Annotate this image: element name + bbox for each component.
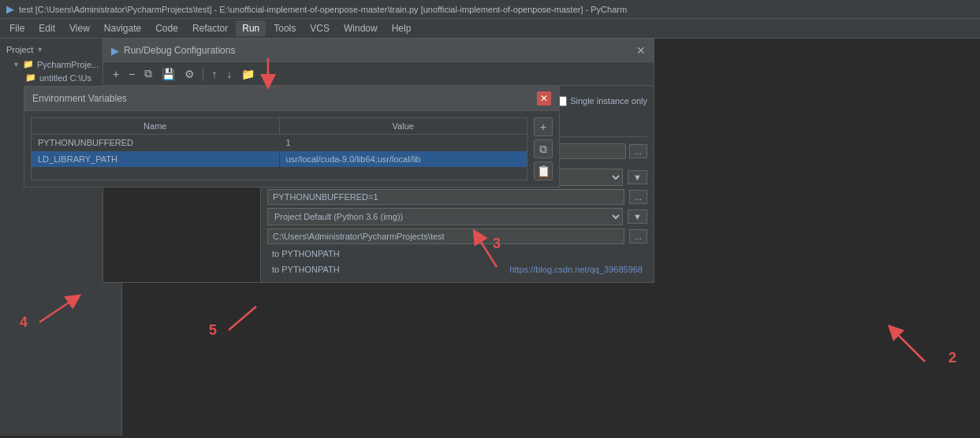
arrow-2 [870, 306, 933, 369]
menu-window[interactable]: Window [337, 20, 384, 36]
dialog-toolbar: + − ⧉ 💾 ⚙ ↑ ↓ 📁 ↓ [103, 62, 654, 86]
title-bar: ▶ test [C:\Users\Administrator\PycharmPr… [0, 0, 980, 19]
project-label: Project [6, 45, 33, 54]
sidebar-label-untitled: untitled C:\Us [39, 73, 91, 83]
working-dir-path-input[interactable] [267, 228, 624, 244]
csdn-url: https://blog.csdn.net/qq_39685968 [505, 263, 647, 276]
menu-navigate[interactable]: Navigate [98, 20, 147, 36]
env-row-0[interactable]: PYTHONUNBUFFERED 1 [32, 135, 527, 151]
to-python-path-label2: to PYTHONPATH [267, 263, 345, 276]
env-dialog-close-button[interactable]: ✕ [537, 91, 551, 106]
menu-bar: File Edit View Navigate Code Refactor Ru… [0, 19, 980, 39]
move-down-button[interactable]: ↓ [223, 66, 235, 82]
sort-button[interactable]: ↓ [261, 66, 273, 82]
env-vars-browse[interactable]: ... [629, 190, 647, 204]
folder-icon-untitled: 📁 [25, 72, 36, 83]
env-table: Name Value PYTHONUNBUFFERED 1 LD_LIBRARY… [31, 117, 527, 180]
working-dir-path-row: ... [267, 228, 647, 244]
env-table-header: Name Value [32, 118, 527, 135]
env-actions: + ⧉ 📋 [534, 117, 553, 180]
arrow-5 [213, 283, 292, 338]
env-col-name-header: Name [32, 118, 280, 134]
env-dialog: Environment Variables ✕ Name Value PYTHO… [24, 86, 560, 187]
menu-view[interactable]: View [63, 20, 96, 36]
run-debug-dialog-titlebar: ▶ Run/Debug Configurations ✕ [103, 39, 654, 62]
env-vars-row: ... [267, 189, 647, 205]
env-row-1[interactable]: LD_LIBRARY_PATH usr/local/cuda-9.0/lib64… [32, 151, 527, 168]
env-dialog-title-text: Environment Variables [32, 93, 127, 104]
menu-run[interactable]: Run [236, 20, 266, 36]
pythonpath-url-row: to PYTHONPATH https://blog.csdn.net/qq_3… [267, 263, 647, 276]
main-layout: Project ▼ ▼ 📁 PycharmProje... 📁 untitled… [0, 39, 980, 436]
menu-file[interactable]: File [3, 20, 31, 36]
env-table-container: Name Value PYTHONUNBUFFERED 1 LD_LIBRARY… [24, 111, 559, 187]
env-add-button[interactable]: + [534, 117, 553, 136]
expand-arrow-pycharm: ▼ [13, 61, 20, 69]
menu-edit[interactable]: Edit [32, 20, 61, 36]
run-debug-icon: ▶ [111, 45, 119, 57]
env-paste-button[interactable]: 📋 [534, 161, 553, 180]
python-interpreter-row: Project Default (Python 3.6 (img)) ▼ [267, 208, 647, 225]
add-config-button[interactable]: + [110, 66, 122, 82]
remove-config-button[interactable]: − [125, 66, 138, 82]
annotation-5: 5 [209, 322, 217, 339]
run-debug-title: Run/Debug Configurations [124, 45, 235, 56]
env-cell-value-1: usr/local/cuda-9.0/lib64;usr/local/lib [280, 151, 527, 167]
title-text: test [C:\Users\Administrator\PycharmProj… [19, 5, 627, 14]
move-up-button[interactable]: ↑ [208, 66, 220, 82]
script-path-browse[interactable]: ... [629, 144, 647, 158]
env-cell-value-0: 1 [280, 135, 527, 150]
folder-icon-pycharm: 📁 [23, 59, 34, 69]
settings-button[interactable]: ⚙ [181, 66, 198, 82]
save-config-button[interactable]: 💾 [158, 66, 178, 82]
menu-tools[interactable]: Tools [267, 20, 302, 36]
env-dialog-titlebar: Environment Variables ✕ [24, 87, 559, 111]
working-dir-path-browse[interactable]: ... [629, 229, 647, 243]
sidebar-dropdown-icon[interactable]: ▼ [36, 46, 43, 54]
run-debug-close-button[interactable]: ✕ [636, 44, 646, 57]
single-instance-text: Single instance only [570, 96, 647, 106]
folder-button[interactable]: 📁 [238, 66, 258, 82]
to-python-path-label1: to PYTHONPATH [267, 247, 647, 260]
env-copy-button[interactable]: ⧉ [534, 139, 553, 158]
working-dir-browse[interactable]: ▼ [628, 170, 647, 184]
annotation-2: 2 [948, 350, 956, 366]
menu-code[interactable]: Code [149, 20, 184, 36]
menu-vcs[interactable]: VCS [304, 20, 336, 36]
env-cell-name-0: PYTHONUNBUFFERED [32, 135, 280, 150]
copy-config-button[interactable]: ⧉ [141, 65, 155, 82]
menu-help[interactable]: Help [386, 20, 418, 36]
app-icon: ▶ [6, 3, 14, 15]
python-interpreter-select[interactable]: Project Default (Python 3.6 (img)) [267, 208, 623, 225]
python-interpreter-browse[interactable]: ▼ [628, 210, 647, 224]
sidebar-label-pycharm: PycharmProje... [37, 60, 99, 69]
env-col-value-header: Value [280, 118, 527, 134]
toolbar-separator [203, 67, 203, 81]
single-instance-label: Single instance only [557, 96, 647, 106]
menu-refactor[interactable]: Refactor [186, 20, 234, 36]
env-vars-input[interactable] [267, 189, 624, 205]
env-cell-name-1: LD_LIBRARY_PATH [32, 151, 280, 167]
